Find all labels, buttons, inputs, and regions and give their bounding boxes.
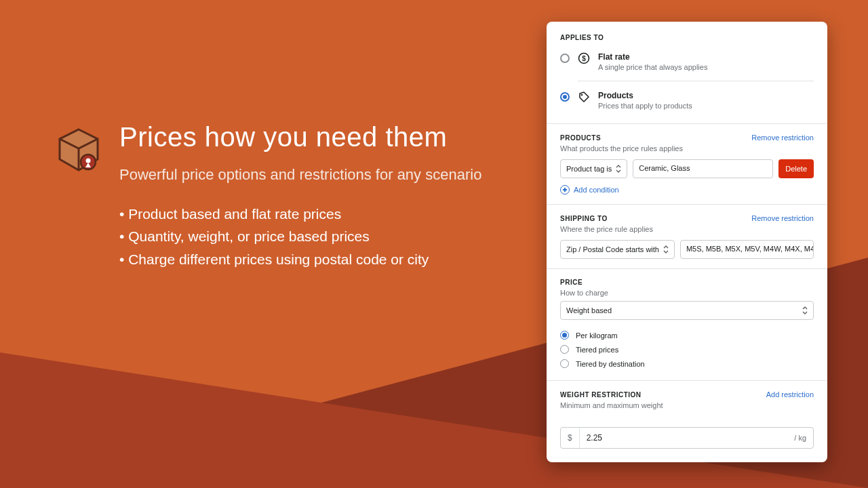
currency-symbol: $	[561, 428, 580, 448]
tag-icon	[578, 91, 590, 103]
option-label: Flat rate	[598, 52, 707, 62]
weight-title: WEIGHT RESTRICTION	[560, 391, 642, 399]
product-tag-input[interactable]: Ceramic, Glass	[633, 159, 773, 178]
radio-tiered-prices[interactable]: Tiered prices	[560, 342, 814, 357]
divider	[578, 81, 814, 81]
marketing-copy: Prices how you need them Powerful price …	[54, 122, 488, 270]
weight-subtitle: Minimum and maximum weight	[560, 401, 814, 409]
chevron-updown-icon	[802, 306, 808, 314]
products-section: PRODUCTS Remove restriction What product…	[547, 134, 827, 195]
divider	[547, 123, 827, 124]
rate-unit: / kg	[787, 434, 813, 442]
svg-text:$: $	[582, 55, 586, 62]
products-title: PRODUCTS	[560, 134, 601, 142]
remove-restriction-link[interactable]: Remove restriction	[751, 134, 814, 142]
rate-amount: 2.25	[580, 433, 788, 443]
radio-icon	[560, 359, 569, 368]
option-flat-rate[interactable]: $ Flat rate A single price that always a…	[560, 48, 814, 75]
dollar-icon: $	[578, 52, 590, 64]
radio-tiered-destination[interactable]: Tiered by destination	[560, 357, 814, 371]
price-section: PRICE How to charge Weight based Per kil…	[547, 279, 827, 371]
price-subtitle: How to charge	[560, 289, 814, 297]
price-title: PRICE	[560, 279, 814, 286]
settings-panel: APPLIES TO $ Flat rate A single price th…	[547, 22, 827, 462]
products-subtitle: What products the price rules applies	[560, 144, 814, 152]
add-restriction-link[interactable]: Add restriction	[766, 390, 814, 399]
chevron-updown-icon	[663, 245, 669, 253]
applies-to-title: APPLIES TO	[560, 34, 814, 41]
shipping-subtitle: Where the price rule applies	[560, 225, 814, 233]
bullet-item: • Charge different prices using postal c…	[119, 248, 488, 271]
radio-per-kilogram[interactable]: Per kilogram	[560, 328, 814, 342]
radio-icon	[560, 54, 570, 63]
bullet-item: • Quantity, weight, or price based price…	[119, 225, 488, 248]
option-label: Products	[598, 91, 692, 100]
plus-circle-icon	[560, 185, 570, 195]
option-desc: A single price that always applies	[598, 63, 707, 71]
divider	[547, 268, 827, 269]
weight-restriction-section: WEIGHT RESTRICTION Add restriction Minim…	[547, 390, 827, 409]
shipping-condition-select[interactable]: Zip / Postal Code starts with	[560, 240, 675, 259]
charge-method-select[interactable]: Weight based	[560, 301, 814, 320]
radio-icon	[560, 92, 570, 102]
marketing-bullets: • Product based and flat rate prices • Q…	[119, 203, 488, 271]
product-condition-select[interactable]: Product tag is	[560, 159, 627, 178]
chevron-updown-icon	[616, 165, 621, 173]
marketing-title: Prices how you need them	[119, 122, 488, 152]
divider	[547, 380, 827, 381]
price-mode-radios: Per kilogram Tiered prices Tiered by des…	[560, 328, 814, 371]
promo-stage: Prices how you need them Powerful price …	[0, 0, 868, 488]
shipping-title: SHIPPING TO	[560, 215, 608, 222]
rate-input[interactable]: $ 2.25 / kg	[560, 427, 814, 449]
option-products[interactable]: Products Prices that apply to products	[560, 87, 814, 114]
add-condition-button[interactable]: Add condition	[560, 185, 814, 195]
radio-icon	[560, 345, 569, 354]
radio-icon	[560, 331, 569, 340]
svg-point-6	[581, 94, 583, 96]
bullet-item: • Product based and flat rate prices	[119, 203, 488, 226]
delete-button[interactable]: Delete	[778, 159, 814, 178]
divider	[547, 204, 827, 205]
postal-codes-input[interactable]: M5S, M5B, M5X, M5V, M4W, M4X, M4Y, M5A, …	[680, 240, 814, 259]
option-desc: Prices that apply to products	[598, 102, 692, 110]
marketing-subtitle: Powerful price options and restrictions …	[119, 165, 488, 185]
applies-to-section: APPLIES TO $ Flat rate A single price th…	[547, 34, 827, 114]
shipping-section: SHIPPING TO Remove restriction Where the…	[547, 214, 827, 259]
remove-restriction-link[interactable]: Remove restriction	[751, 214, 814, 222]
